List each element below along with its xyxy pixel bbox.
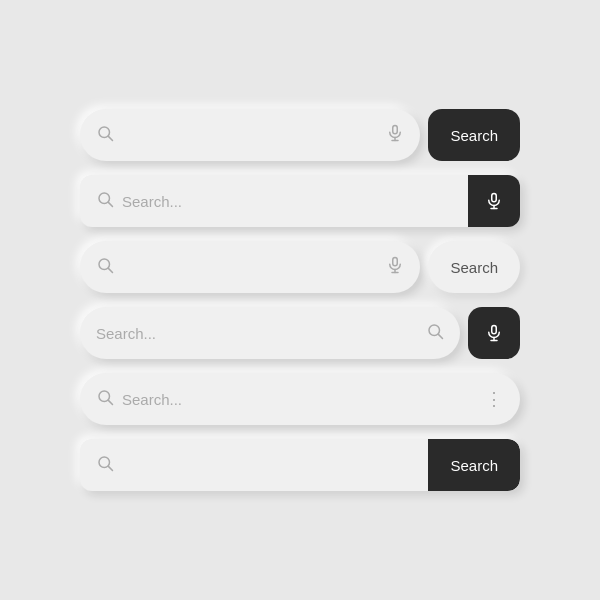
search-bar-5: ⋮ bbox=[80, 373, 520, 425]
svg-rect-2 bbox=[393, 126, 398, 134]
search-bar-6: Search bbox=[80, 439, 520, 491]
search-row-5: ⋮ bbox=[80, 373, 520, 425]
search-icon-2 bbox=[96, 190, 114, 212]
search-input-5[interactable] bbox=[122, 391, 477, 408]
svg-line-11 bbox=[108, 268, 112, 272]
search-icon-4-right bbox=[426, 322, 444, 344]
search-button-6[interactable]: Search bbox=[428, 439, 520, 491]
search-bar-4 bbox=[80, 307, 460, 359]
search-input-4[interactable] bbox=[96, 325, 418, 342]
search-row-2 bbox=[80, 175, 520, 227]
search-row-3: Search bbox=[80, 241, 520, 293]
search-bar-2 bbox=[80, 175, 520, 227]
search-bars-container: Search bbox=[60, 89, 540, 511]
svg-rect-17 bbox=[492, 326, 497, 334]
svg-line-23 bbox=[108, 466, 112, 470]
search-input-2[interactable] bbox=[122, 193, 460, 210]
search-button-3[interactable]: Search bbox=[428, 241, 520, 293]
search-input-1[interactable] bbox=[122, 127, 378, 144]
search-icon-1 bbox=[96, 124, 114, 146]
search-icon-3 bbox=[96, 256, 114, 278]
mic-button-2[interactable] bbox=[468, 175, 520, 227]
svg-line-21 bbox=[108, 400, 112, 404]
search-bar-1 bbox=[80, 109, 420, 161]
search-icon-5 bbox=[96, 388, 114, 410]
mic-button-4[interactable] bbox=[468, 307, 520, 359]
svg-line-1 bbox=[108, 136, 112, 140]
search-row-4 bbox=[80, 307, 520, 359]
svg-line-16 bbox=[438, 334, 442, 338]
search-row-1: Search bbox=[80, 109, 520, 161]
svg-line-6 bbox=[108, 202, 112, 206]
search-button-1[interactable]: Search bbox=[428, 109, 520, 161]
search-icon-6 bbox=[96, 454, 114, 476]
search-bar-3 bbox=[80, 241, 420, 293]
svg-rect-12 bbox=[393, 258, 398, 266]
dots-icon-5: ⋮ bbox=[485, 388, 504, 410]
mic-icon-3 bbox=[386, 256, 404, 278]
search-row-6: Search bbox=[80, 439, 520, 491]
search-input-3[interactable] bbox=[122, 259, 378, 276]
mic-icon-1 bbox=[386, 124, 404, 146]
svg-rect-7 bbox=[492, 194, 497, 202]
search-input-6[interactable] bbox=[122, 457, 428, 474]
